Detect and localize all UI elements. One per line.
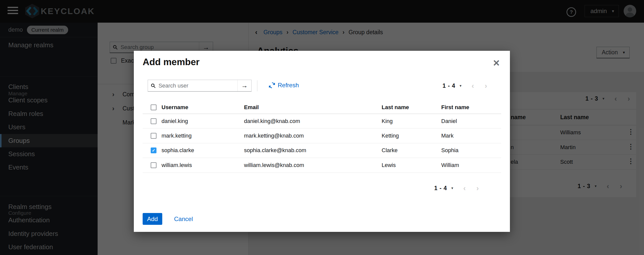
email-cell: mark.ketting@knab.com	[244, 133, 304, 139]
next-page-icon[interactable]: ›	[485, 81, 487, 90]
first-name-cell: Sophia	[441, 147, 459, 154]
add-button[interactable]: Add	[143, 213, 162, 225]
next-page-icon[interactable]: ›	[476, 184, 479, 192]
username-cell: william.lewis	[162, 162, 192, 168]
first-name-cell: Mark	[441, 133, 454, 139]
cancel-button[interactable]: Cancel	[173, 215, 194, 223]
modal-pagination-top: 1 - 4 ▾ ‹ ›	[442, 81, 487, 90]
refresh-label: Refresh	[278, 82, 299, 89]
row-checkbox[interactable]	[151, 162, 156, 168]
user-row: ✓ sophia.clarke sophia.clarke@knab.com C…	[143, 143, 501, 158]
keycloak-admin-console: KEYCLOAK ? admin ▾ demo Current realm Ma…	[0, 0, 644, 255]
username-cell: mark.ketting	[162, 133, 192, 139]
first-name-cell: William	[441, 162, 459, 168]
pagination-range: 1 - 4	[434, 185, 447, 192]
user-row: daniel.king daniel.king@knab.com King Da…	[143, 114, 501, 129]
user-row: william.lewis william.lewis@knab.com Lew…	[143, 158, 501, 173]
previous-page-icon[interactable]: ‹	[463, 184, 466, 192]
last-name-cell: Lewis	[382, 162, 396, 168]
row-checkbox[interactable]	[151, 133, 156, 139]
search-user-submit-button[interactable]: →	[237, 80, 251, 91]
last-name-cell: King	[382, 118, 393, 124]
user-row: mark.ketting mark.ketting@knab.com Ketti…	[143, 129, 501, 143]
users-table-body: daniel.king daniel.king@knab.com King Da…	[143, 114, 501, 173]
row-checkbox[interactable]	[151, 118, 156, 124]
search-user-inputgroup: →	[148, 80, 252, 92]
refresh-icon	[269, 82, 275, 89]
modal-toolbar: → Refresh 1 - 4 ▾ ‹ ›	[134, 80, 510, 92]
last-name-cell: Ketting	[382, 133, 399, 139]
chevron-down-icon[interactable]: ▾	[460, 83, 462, 88]
arrow-right-icon: →	[241, 82, 248, 90]
search-icon	[151, 83, 155, 88]
email-cell: daniel.king@knab.com	[244, 118, 300, 124]
email-cell: sophia.clarke@knab.com	[244, 147, 306, 154]
users-table-header-row: Username Email Last name First name	[143, 101, 501, 114]
username-cell: sophia.clarke	[162, 147, 194, 154]
email-cell: william.lewis@knab.com	[244, 162, 304, 168]
users-table: Username Email Last name First name dani…	[143, 101, 501, 173]
last-name-column-header: Last name	[382, 104, 409, 111]
add-member-modal: Add member × → Refresh	[134, 51, 510, 232]
modal-footer: Add Cancel	[143, 213, 194, 225]
row-checkbox[interactable]: ✓	[151, 148, 156, 153]
previous-page-icon[interactable]: ‹	[472, 81, 474, 90]
first-name-cell: Daniel	[441, 118, 457, 124]
modal-title: Add member	[143, 57, 199, 67]
refresh-button[interactable]: Refresh	[269, 82, 299, 89]
chevron-down-icon[interactable]: ▾	[451, 186, 453, 190]
last-name-cell: Clarke	[382, 147, 398, 154]
username-cell: daniel.king	[162, 118, 188, 124]
select-all-checkbox[interactable]	[151, 105, 156, 110]
modal-pagination-bottom: 1 - 4 ▾ ‹ ›	[434, 184, 479, 193]
pagination-range: 1 - 4	[442, 82, 455, 89]
email-column-header: Email	[244, 104, 259, 111]
search-user-input[interactable]	[158, 82, 237, 89]
first-name-column-header: First name	[441, 104, 469, 111]
divider	[257, 80, 257, 91]
username-column-header: Username	[162, 104, 188, 111]
close-icon[interactable]: ×	[491, 57, 502, 68]
